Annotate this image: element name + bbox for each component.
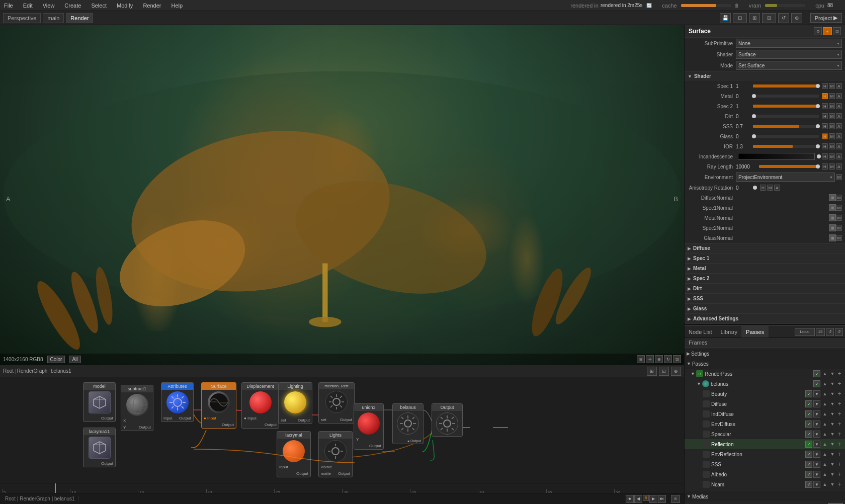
glass-a[interactable]: A: [836, 133, 842, 139]
dirt-slider[interactable]: [753, 115, 819, 118]
spec2-section[interactable]: ▶Spec 2: [685, 273, 845, 283]
beauty-add[interactable]: +: [836, 390, 843, 397]
advanced-settings-section[interactable]: ▶Advanced Settings: [685, 313, 845, 323]
ior-m[interactable]: M: [829, 143, 835, 149]
ng-expand-btn[interactable]: ⊡: [659, 367, 669, 376]
play-back-btn[interactable]: ◀: [634, 495, 642, 503]
metal-section[interactable]: ▶Metal: [685, 263, 845, 273]
viewport[interactable]: A B 1400x2160 RGB8 Color All ⊞ ✛ ⊕ ↻ ⊡: [0, 25, 684, 365]
sss-slider[interactable]: [753, 125, 819, 128]
dirt-m[interactable]: M: [829, 113, 835, 119]
node-subtract1[interactable]: subtract1 X YOutput: [121, 385, 153, 431]
metal-h[interactable]: H: [822, 93, 828, 99]
node-model[interactable]: model Output: [83, 382, 116, 422]
ng-grid-btn[interactable]: ⊞: [647, 367, 657, 376]
passes-local-btn[interactable]: Local: [795, 328, 815, 336]
glass-m[interactable]: M: [829, 133, 835, 139]
renderpass-up[interactable]: ▲: [821, 370, 828, 377]
node-lights[interactable]: Lights visible matteOutput: [318, 431, 353, 477]
vp-rotate-btn[interactable]: ↻: [664, 355, 672, 363]
pass-sss[interactable]: SSS ✓ ▼ ▲▼ +: [685, 459, 845, 469]
menu-render[interactable]: Render: [141, 2, 163, 10]
beauty-check[interactable]: ✓: [805, 390, 812, 397]
belanus-up[interactable]: ▲: [821, 380, 828, 387]
beauty-down[interactable]: ▼: [829, 390, 836, 397]
tree-renderpass[interactable]: ▼ R RenderPass ✓ ▲ ▼ +: [685, 369, 845, 379]
shader-section-header[interactable]: ▼ Shader: [685, 71, 845, 81]
glass-section[interactable]: ▶Glass: [685, 303, 845, 313]
pass-albedo[interactable]: Albedo ✓ ▼ ▲▼ +: [685, 469, 845, 479]
diffuse-section[interactable]: ▶Diffuse: [685, 243, 845, 253]
diffuse-dropdown[interactable]: ▼: [813, 400, 820, 407]
node-lacrymal-lower[interactable]: lacrymal Input Output: [277, 431, 311, 477]
node-union3[interactable]: union3 Y Output: [354, 403, 384, 450]
color-mode-btn[interactable]: Color: [47, 356, 65, 363]
pass-diffuse[interactable]: Diffuse ✓ ▼ ▲ ▼ +: [685, 399, 845, 409]
diffuse-check[interactable]: ✓: [805, 400, 812, 407]
settings-section[interactable]: ▶ Settings: [685, 349, 845, 359]
belanus-down[interactable]: ▼: [829, 380, 836, 387]
raylength-slider[interactable]: [759, 165, 819, 168]
vp-region-btn[interactable]: ⊞: [749, 13, 760, 23]
ng-close-btn[interactable]: ⊕: [671, 367, 681, 376]
spec1norm-m[interactable]: M: [836, 205, 842, 211]
beauty-up[interactable]: ▲: [821, 390, 828, 397]
sss-section[interactable]: ▶SSS: [685, 293, 845, 303]
tab-render[interactable]: Render: [66, 13, 93, 23]
spec2-a[interactable]: A: [836, 103, 842, 109]
diffnorm-m[interactable]: M: [836, 195, 842, 201]
node-lighting[interactable]: Lighting setOutput: [278, 382, 312, 424]
spec1-slider[interactable]: [753, 85, 819, 88]
pass-ncam[interactable]: Ncam ✓ ▼ ▲▼ +: [685, 479, 845, 489]
aniso-a[interactable]: A: [774, 185, 780, 191]
renderpass-check[interactable]: ✓: [813, 370, 820, 377]
aniso-h[interactable]: H: [760, 185, 766, 191]
metal-m[interactable]: M: [829, 93, 835, 99]
vp-save-btn[interactable]: 💾: [720, 13, 731, 23]
node-displacement[interactable]: Displacement ● Input Output: [241, 382, 279, 429]
medias-section[interactable]: ▼ Medias: [685, 491, 845, 501]
environment-select[interactable]: ProjectEnvironment: [736, 173, 835, 182]
menu-view[interactable]: View: [41, 2, 57, 10]
node-canvas[interactable]: model Output lacryma11 Output subt: [0, 377, 684, 483]
dirt-section[interactable]: ▶Dirt: [685, 283, 845, 293]
vp-fullscreen-btn[interactable]: ⊡: [733, 13, 747, 23]
surface-settings-btn[interactable]: ⚙: [814, 27, 822, 35]
tab-node-list[interactable]: Node List: [685, 326, 716, 338]
vp-grid-btn[interactable]: ⊞: [637, 355, 645, 363]
node-lacryma11[interactable]: lacryma11 Output: [83, 428, 116, 467]
env-m[interactable]: M: [836, 174, 842, 180]
dirt-h[interactable]: H: [822, 113, 828, 119]
pass-specular[interactable]: Specular ✓ ▼ ▲▼ +: [685, 429, 845, 439]
pass-inddiffuse[interactable]: IndDiffuse ✓ ▼ ▲▼ +: [685, 409, 845, 419]
metalnormal-tex[interactable]: ⊞: [829, 214, 836, 221]
media-render-renderpass[interactable]: ★ Render-RenderPass: [685, 501, 845, 504]
play-start-btn[interactable]: ⏮: [626, 495, 634, 503]
inddiffuse-check[interactable]: ✓: [805, 410, 812, 417]
playback-controls[interactable]: ⏮ ◀ 8 ▶ ⏭ 8: [624, 495, 682, 503]
ray-m[interactable]: M: [829, 163, 835, 170]
belanus-check[interactable]: ✓: [813, 380, 820, 387]
project-button[interactable]: Project ▶: [810, 13, 842, 23]
spec1-m[interactable]: M: [829, 83, 835, 89]
glass-h[interactable]: H: [822, 133, 828, 139]
play-end-btn[interactable]: ⏭: [658, 495, 666, 503]
surface-expand-btn[interactable]: ⊡: [833, 27, 841, 35]
sss-m[interactable]: M: [829, 123, 835, 129]
renderpass-down[interactable]: ▼: [829, 370, 836, 377]
vp-refresh-btn[interactable]: ↺: [778, 13, 789, 23]
ior-slider[interactable]: [753, 145, 819, 148]
tab-main[interactable]: main: [43, 13, 64, 23]
metal-a[interactable]: A: [836, 93, 842, 99]
surface-lock-btn[interactable]: ●: [823, 27, 832, 35]
tab-perspective[interactable]: Perspective: [3, 13, 41, 23]
vp-zoom-btn[interactable]: ⊕: [655, 355, 663, 363]
node-surface[interactable]: Surface ● Input Output: [201, 382, 236, 429]
spec2-slider[interactable]: [753, 105, 819, 108]
belanus-add[interactable]: +: [836, 380, 843, 387]
menu-modify[interactable]: Modify: [115, 2, 135, 10]
vp-expand2-btn[interactable]: ⊡: [673, 355, 681, 363]
node-output[interactable]: Output: [432, 403, 463, 437]
vp-expand-btn[interactable]: ⊟: [762, 13, 776, 23]
passes-refresh-btn[interactable]: ↺: [826, 328, 834, 336]
